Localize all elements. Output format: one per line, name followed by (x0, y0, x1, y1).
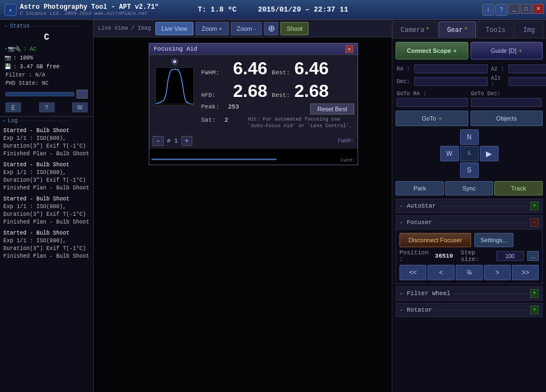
log-line: Started - Bulb Shoot (3, 161, 90, 169)
autostar-expand-button[interactable]: + (530, 202, 539, 210)
goto-ra-input[interactable] (397, 98, 468, 107)
goto-label-row: GoTo RA : GoTo Dec: (396, 90, 543, 107)
fwhm-row: FWHM: 6.46 Best: 6.46 (201, 58, 354, 79)
focuser-section: – Focuser – Disconnect Focuser Settings.… (396, 215, 543, 284)
guide-d-button[interactable]: Guide [D] + (471, 42, 543, 59)
thumb-box[interactable] (77, 90, 88, 99)
log-line: Finished Plan - Bulb Shoot (3, 150, 90, 158)
sync-button[interactable]: Sync (445, 181, 494, 195)
dir-west-button[interactable]: W (440, 146, 459, 161)
question-button[interactable]: ? (39, 102, 55, 112)
settings-button[interactable]: Settings... (474, 233, 513, 247)
fa-plus-button[interactable]: + (181, 136, 192, 146)
log-line: Started - Bulb Shoot (3, 195, 90, 203)
tab-camera[interactable]: Camera* (392, 21, 437, 38)
position-label: Position : (399, 249, 431, 263)
sat-label: Sat: (201, 117, 215, 129)
minimize-button[interactable]: _ (509, 4, 520, 14)
disconnect-focuser-button[interactable]: Disconnect Focuser (399, 233, 471, 247)
zoom-plus-button[interactable]: Zoom + (196, 22, 229, 35)
status-center-label: C (2, 30, 91, 45)
step-size-input[interactable] (496, 251, 524, 261)
log-line: Started - Bulb Shoot (3, 230, 90, 237)
connect-scope-button[interactable]: Connect Scope + (396, 42, 468, 59)
focuser-collapse-button[interactable]: – (530, 218, 539, 227)
help-button[interactable]: ? (495, 4, 507, 16)
zoom-minus-button[interactable]: Zoom - (231, 22, 262, 35)
track-button[interactable]: Track (494, 181, 543, 195)
crosshair-button[interactable]: ⊕ (264, 22, 278, 35)
dir-east-button[interactable]: ▶ (480, 146, 499, 161)
mount-controls: Park Sync Track (396, 181, 543, 195)
goto-button[interactable]: GoTo + (396, 111, 468, 126)
info-button[interactable]: i (482, 4, 494, 16)
shoot-button[interactable]: Shoot (280, 22, 309, 35)
filter-wheel-label: Filter Wheel (407, 290, 450, 297)
focus-far-right-button[interactable]: >> (512, 265, 539, 280)
goto-dec-label-item: GoTo Dec: (470, 90, 543, 107)
slider-track[interactable] (6, 92, 74, 96)
e-button[interactable]: E (6, 102, 21, 112)
reset-best-button[interactable]: Reset Best (310, 104, 354, 115)
dirpad-empty-tr (480, 129, 499, 145)
alt-input[interactable] (509, 77, 546, 86)
tab-gear[interactable]: Gear* (439, 21, 476, 38)
star-graph (155, 67, 194, 106)
close-button[interactable]: ✕ (533, 4, 544, 14)
temperature: T: 1.8 ºC (198, 6, 236, 14)
goto-dec-input[interactable] (471, 98, 542, 107)
focus-far-left-button[interactable]: << (399, 265, 426, 280)
tab-camera-label: Camera (401, 26, 424, 34)
alt-item: Alt : (490, 75, 546, 88)
connect-scope-plus: + (453, 47, 457, 54)
storage-row: 💾 : 3.47 GB free (2, 62, 91, 71)
dir-south-button[interactable]: S (460, 162, 479, 178)
right-panel: Camera* Gear* Tools Img Connect Scope + (392, 20, 546, 392)
focus-right-button[interactable]: > (484, 265, 511, 280)
az-input[interactable] (509, 64, 546, 73)
live-view-area: Focusing Aid ✕ (94, 37, 392, 392)
fa-radio (171, 58, 178, 65)
datetime: 2015/01/29 – 22:37 11 (258, 6, 348, 14)
dec-input[interactable] (414, 77, 488, 86)
dots-button[interactable]: ... (527, 251, 539, 261)
autostar-header[interactable]: – AutoStar + (396, 199, 543, 213)
w-button[interactable]: W (72, 102, 88, 112)
maximize-button[interactable]: □ (521, 4, 532, 14)
tab-img[interactable]: Img (515, 21, 543, 38)
log-entry: Started - Bulb Shoot Exp 1/1 : ISO(800),… (3, 230, 90, 260)
filter-wheel-header[interactable]: – Filter Wheel + (396, 286, 543, 301)
rotator-header[interactable]: – Rotator + (396, 303, 543, 317)
park-button[interactable]: Park (396, 181, 444, 195)
liveview-button[interactable]: Live View (155, 22, 193, 35)
focuser-btn-row: Disconnect Focuser Settings... (399, 233, 539, 247)
filter-label: Filter : N/A (6, 72, 45, 78)
ra-input[interactable] (414, 64, 488, 73)
status-label: Status (10, 23, 30, 29)
tab-tools[interactable]: Tools (477, 21, 513, 38)
focus-left-button[interactable]: < (428, 265, 455, 280)
fa-minus-button[interactable]: − (153, 136, 164, 146)
focus-frac-button[interactable]: ¾ (456, 265, 483, 280)
dir-north-button[interactable]: N (460, 129, 479, 145)
focusing-aid-close[interactable]: ✕ (345, 45, 353, 53)
rotator-expand-button[interactable]: + (530, 306, 539, 314)
app-title: Astro Photography Tool - APT v2.71" (20, 3, 159, 11)
dec-label: Dec: (397, 79, 412, 85)
log-line: Started - Bulb Shoot (3, 127, 90, 135)
focuser-header[interactable]: – Focuser – (396, 215, 543, 230)
hfd-best-label: Best: (272, 92, 290, 99)
fwhm-bar-label: FWHM: (338, 138, 354, 144)
filter-wheel-expand-button[interactable]: + (530, 289, 539, 298)
tab-gear-label: Gear (447, 26, 463, 34)
hfd-label: HFD: (201, 92, 229, 99)
guide-d-plus: + (518, 47, 522, 54)
objects-button[interactable]: Objects (471, 111, 543, 126)
log-entry: Started - Bulb Shoot Exp 1/1 : ISO(800),… (3, 127, 90, 158)
fwhm-bottom-label: FWHM: (340, 158, 355, 164)
rotator-label: Rotator (407, 307, 432, 313)
peak-label: Peak: (201, 104, 219, 115)
peak-value: 253 (228, 104, 239, 115)
rotator-section: – Rotator + (396, 303, 543, 317)
log-line: Exp 1/1 : ISO(800), Duration(3") Exif T(… (3, 237, 90, 253)
